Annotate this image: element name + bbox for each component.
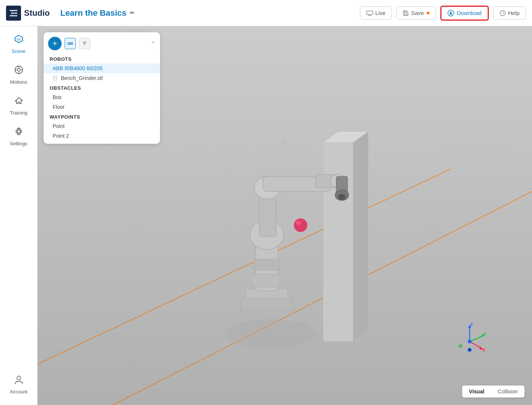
sidebar-training-label: Training [10,110,27,116]
unsaved-indicator [427,12,429,14]
svg-rect-84 [53,76,57,80]
add-item-button[interactable]: + [48,37,62,50]
svg-point-17 [17,68,20,71]
svg-point-76 [468,348,472,352]
svg-point-23 [17,376,21,380]
waypoint-item-point[interactable]: Point [44,121,160,131]
panel-scroll[interactable]: ROBOTS ABB IRB4600 60/205 Bench_Grinder.… [44,54,160,141]
header: J Studio Learn the Basics ✏ Live Save [0,0,532,26]
main-layout: Scene Motions Training [0,26,532,405]
sidebar-item-scene[interactable]: Scene [2,29,35,59]
svg-marker-47 [353,131,368,342]
svg-rect-49 [240,297,293,312]
svg-text:Y: Y [484,332,487,336]
save-button[interactable]: Save [396,6,436,20]
obstacles-section-title: OBSTACLES [44,83,160,92]
svg-text:J: J [11,10,13,16]
view-mode-toggle: Visual Collision [462,385,524,397]
help-button[interactable]: ? Help [493,6,526,20]
sidebar-settings-label: Settings [10,141,27,146]
waypoints-section-title: WAYPOINTS [44,112,160,121]
account-icon [14,374,24,387]
project-title: Learn the Basics ✏ [60,8,134,18]
svg-text:X: X [482,348,485,352]
training-icon [14,95,24,108]
svg-point-74 [468,340,472,343]
svg-rect-64 [252,274,280,287]
svg-text:?: ? [502,11,504,15]
svg-point-62 [296,221,301,225]
svg-text:Z: Z [470,322,473,327]
settings-icon [14,126,24,139]
project-title-text: Learn the Basics [60,8,126,18]
help-icon: ? [500,10,506,16]
scene-icon [14,34,24,47]
robot-item-abb[interactable]: ABB IRB4600 60/205 [44,63,160,73]
obstacle-item-box[interactable]: Box [44,92,160,102]
svg-point-60 [338,194,346,200]
sidebar: Scene Motions Training [0,26,38,405]
svg-point-75 [459,344,462,348]
svg-point-22 [17,130,20,133]
live-button[interactable]: Live [360,6,392,20]
sidebar-scene-label: Scene [12,48,26,54]
svg-point-61 [294,218,307,232]
filter-tool[interactable] [79,38,90,49]
viewport[interactable]: Z Y X + [38,26,532,405]
collapse-panel-button[interactable]: ⌃ [151,40,156,47]
sidebar-item-training[interactable]: Training [2,91,35,120]
svg-point-45 [225,319,316,349]
scene-panel: + ⌃ [44,32,160,144]
svg-rect-63 [254,259,280,270]
measure-tool[interactable] [65,38,76,49]
file-icon [53,75,58,81]
download-button[interactable]: Download [440,6,489,21]
scene-panel-toolbar: + ⌃ [44,37,160,54]
logo-area: J Studio [6,6,50,21]
svg-rect-9 [404,11,406,12]
logo-icon: J [6,6,21,21]
svg-rect-46 [323,143,353,342]
save-icon [403,10,409,16]
sidebar-item-settings[interactable]: Settings [2,122,35,151]
visual-mode-button[interactable]: Visual [462,385,491,397]
svg-marker-15 [17,38,21,41]
sidebar-motions-label: Motions [10,79,27,85]
robots-section-title: ROBOTS [44,54,160,63]
sidebar-bottom: Account [2,370,35,405]
sidebar-account-label: Account [10,389,27,394]
app-name: Studio [24,8,50,18]
svg-rect-5 [367,11,373,15]
collision-mode-button[interactable]: Collision [491,385,524,397]
download-icon [447,10,454,17]
monitor-icon [366,11,373,16]
sidebar-item-motions[interactable]: Motions [2,60,35,89]
waypoint-item-point2[interactable]: Point 2 [44,131,160,141]
motions-icon [14,65,24,78]
robot-item-bench-grinder[interactable]: Bench_Grinder.stl [44,73,160,83]
sidebar-item-account[interactable]: Account [2,370,35,399]
edit-icon[interactable]: ✏ [130,9,135,17]
obstacle-item-floor[interactable]: Floor [44,102,160,112]
